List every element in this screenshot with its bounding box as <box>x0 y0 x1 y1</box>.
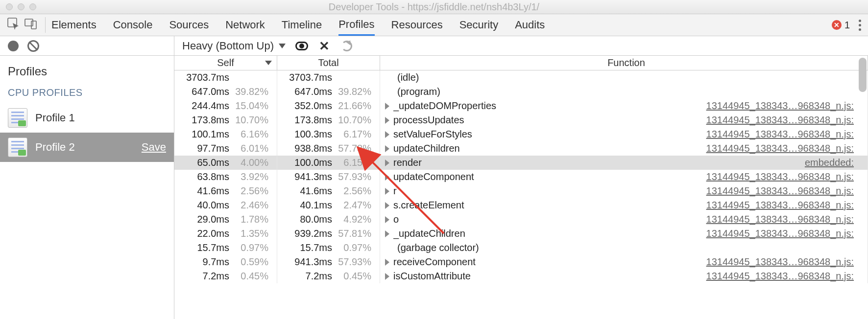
self-pct: 2.46% <box>232 200 273 211</box>
self-ms: 97.7ms <box>174 143 232 154</box>
tab-profiles[interactable]: Profiles <box>338 14 374 36</box>
device-mode-icon[interactable] <box>24 17 37 33</box>
vertical-scrollbar[interactable] <box>858 57 867 318</box>
table-row[interactable]: 40.0ms2.46%40.1ms2.47%s.createElement131… <box>174 198 868 212</box>
scrollbar-thumb[interactable] <box>859 58 867 92</box>
tab-audits[interactable]: Audits <box>515 14 545 36</box>
self-ms: 244.4ms <box>174 100 232 112</box>
error-badge[interactable]: ✕ 1 <box>832 20 850 31</box>
source-link[interactable]: 13144945_138343…968348_n.js: <box>706 228 868 239</box>
function-name: s.createElement <box>393 200 464 211</box>
table-row[interactable]: 3703.7ms3703.7ms(idle) <box>174 70 868 85</box>
source-link[interactable]: 13144945_138343…968348_n.js: <box>706 271 868 282</box>
svg-rect-2 <box>31 21 36 29</box>
function-name: isCustomAttribute <box>393 271 471 282</box>
self-pct: 0.59% <box>232 256 273 268</box>
tab-resources[interactable]: Resources <box>391 14 443 36</box>
expand-triangle-icon[interactable] <box>385 174 389 181</box>
total-pct: 6.17% <box>335 129 376 140</box>
col-total[interactable]: Total <box>277 56 380 70</box>
profile-table: Self Total Function 3703.7ms3703.7ms(idl… <box>174 56 868 319</box>
source-link[interactable]: 13144945_138343…968348_n.js: <box>706 200 868 211</box>
table-row[interactable]: 7.2ms0.45%7.2ms0.45%isCustomAttribute131… <box>174 269 868 283</box>
total-ms: 3703.7ms <box>277 72 335 83</box>
table-row[interactable]: 15.7ms0.97%15.7ms0.97%(garbage collector… <box>174 241 868 255</box>
table-row[interactable]: 173.8ms10.70%173.8ms10.70%processUpdates… <box>174 113 868 127</box>
reload-icon[interactable] <box>340 40 353 52</box>
tab-network[interactable]: Network <box>225 14 265 36</box>
table-row[interactable]: 22.0ms1.35%939.2ms57.81%_updateChildren1… <box>174 227 868 241</box>
expand-triangle-icon[interactable] <box>385 131 389 138</box>
total-pct: 10.70% <box>335 114 376 126</box>
self-ms: 40.0ms <box>174 200 232 211</box>
self-ms: 173.8ms <box>174 114 232 126</box>
profile-item[interactable]: Profile 2Save <box>0 133 174 162</box>
clear-icon[interactable] <box>27 40 39 52</box>
source-link[interactable]: 13144945_138343…968348_n.js: <box>706 129 868 140</box>
window-title: Developer Tools - https://jsfiddle.net/n… <box>0 1 868 13</box>
source-link[interactable]: 13144945_138343…968348_n.js: <box>706 100 868 112</box>
tab-console[interactable]: Console <box>113 14 153 36</box>
table-row[interactable]: 9.7ms0.59%941.3ms57.93%receiveComponent1… <box>174 255 868 269</box>
tab-elements[interactable]: Elements <box>51 14 96 36</box>
source-link[interactable]: 13144945_138343…968348_n.js: <box>706 185 868 197</box>
table-row[interactable]: 41.6ms2.56%41.6ms2.56%r13144945_138343…9… <box>174 184 868 198</box>
self-ms: 29.0ms <box>174 214 232 225</box>
total-ms: 173.8ms <box>277 114 335 126</box>
self-pct: 6.16% <box>232 129 273 140</box>
col-self[interactable]: Self <box>174 56 277 70</box>
expand-triangle-icon[interactable] <box>385 145 389 152</box>
col-function[interactable]: Function <box>380 56 868 70</box>
table-row[interactable]: 100.1ms6.16%100.3ms6.17%setValueForStyle… <box>174 127 868 141</box>
kebab-menu-icon[interactable] <box>859 20 861 31</box>
self-pct: 0.45% <box>232 271 273 282</box>
table-row[interactable]: 65.0ms4.00%100.0ms6.15%renderembedded: <box>174 156 868 170</box>
focus-icon[interactable] <box>295 40 308 52</box>
expand-triangle-icon[interactable] <box>385 273 389 280</box>
expand-triangle-icon[interactable] <box>385 117 389 124</box>
expand-triangle-icon[interactable] <box>385 259 389 266</box>
close-icon[interactable]: ✕ <box>318 40 331 52</box>
total-pct: 2.56% <box>335 185 376 197</box>
total-ms: 941.3ms <box>277 256 335 268</box>
record-icon[interactable] <box>8 41 19 51</box>
expand-triangle-icon[interactable] <box>385 160 389 166</box>
source-link[interactable]: 13144945_138343…968348_n.js: <box>706 214 868 225</box>
self-ms: 15.7ms <box>174 242 232 253</box>
profile-label: Profile 2 <box>35 141 75 154</box>
tab-sources[interactable]: Sources <box>169 14 209 36</box>
table-row[interactable]: 29.0ms1.78%80.0ms4.92%o13144945_138343…9… <box>174 212 868 227</box>
expand-triangle-icon[interactable] <box>385 188 389 195</box>
source-link[interactable]: 13144945_138343…968348_n.js: <box>706 114 868 126</box>
table-row[interactable]: 97.7ms6.01%938.8ms57.78%updateChildren13… <box>174 141 868 156</box>
total-pct: 0.97% <box>335 242 376 253</box>
profile-view: Heavy (Bottom Up) ✕ Self Total <box>174 36 868 319</box>
expand-triangle-icon[interactable] <box>385 202 389 209</box>
table-row[interactable]: 63.8ms3.92%941.3ms57.93%updateComponent1… <box>174 170 868 184</box>
tab-timeline[interactable]: Timeline <box>282 14 322 36</box>
self-ms: 647.0ms <box>174 86 232 97</box>
tab-security[interactable]: Security <box>459 14 498 36</box>
inspect-element-icon[interactable] <box>7 17 20 33</box>
function-name: o <box>393 214 399 225</box>
self-ms: 3703.7ms <box>174 72 232 83</box>
view-mode-dropdown[interactable]: Heavy (Bottom Up) <box>182 40 286 52</box>
function-name: r <box>393 185 397 197</box>
save-link[interactable]: Save <box>142 141 166 154</box>
total-ms: 939.2ms <box>277 228 335 239</box>
source-link[interactable]: 13144945_138343…968348_n.js: <box>706 143 868 154</box>
expand-triangle-icon[interactable] <box>385 216 389 223</box>
source-link[interactable]: 13144945_138343…968348_n.js: <box>706 256 868 268</box>
table-header: Self Total Function <box>174 56 868 70</box>
expand-triangle-icon[interactable] <box>385 230 389 237</box>
function-name: render <box>393 157 422 168</box>
function-name: setValueForStyles <box>393 129 472 140</box>
source-link[interactable]: 13144945_138343…968348_n.js: <box>706 171 868 182</box>
function-name: updateChildren <box>393 143 460 154</box>
profile-item[interactable]: Profile 1 <box>0 103 174 133</box>
view-mode-label: Heavy (Bottom Up) <box>182 40 274 52</box>
table-row[interactable]: 244.4ms15.04%352.0ms21.66%_updateDOMProp… <box>174 99 868 113</box>
table-row[interactable]: 647.0ms39.82%647.0ms39.82%(program) <box>174 85 868 99</box>
total-pct: 39.82% <box>335 86 376 97</box>
expand-triangle-icon[interactable] <box>385 103 389 110</box>
